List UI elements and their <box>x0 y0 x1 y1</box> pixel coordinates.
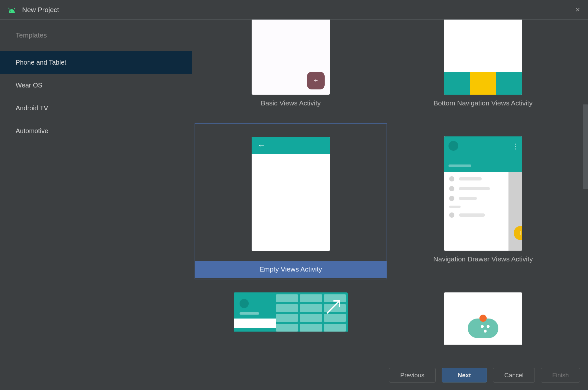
sidebar-item-automotive[interactable]: Automotive <box>0 119 192 142</box>
finish-button[interactable]: Finish <box>541 368 580 382</box>
svg-line-4 <box>327 301 339 313</box>
sidebar-item-label: Wear OS <box>16 82 42 89</box>
phone-preview-fullscreen <box>234 292 348 332</box>
close-button[interactable]: ✕ <box>574 6 581 14</box>
drawer-fab-icon: + <box>514 226 522 240</box>
avatar-icon <box>448 141 458 151</box>
sidebar: Templates Phone and Tablet Wear OS Andro… <box>0 20 192 360</box>
sidebar-item-android-tv[interactable]: Android TV <box>0 97 192 119</box>
template-label: Basic Views Activity <box>195 95 387 123</box>
template-label: Navigation Drawer Views Activity <box>387 251 579 279</box>
svg-point-2 <box>10 10 11 11</box>
template-preview: ⋮ + <box>387 123 579 251</box>
template-card-basic-views[interactable]: + Basic Views Activity <box>195 20 387 123</box>
avatar-icon <box>240 299 249 308</box>
fab-icon: + <box>307 72 325 89</box>
expand-arrow-icon <box>325 298 342 315</box>
template-preview <box>387 20 579 95</box>
plus-icon: + <box>314 76 318 85</box>
kebab-icon: ⋮ <box>512 142 518 151</box>
plus-icon: + <box>519 229 522 237</box>
previous-button[interactable]: Previous <box>389 368 436 382</box>
phone-preview-bottomnav <box>444 20 522 95</box>
template-card-navigation-drawer[interactable]: ⋮ + Navigation Drawer Views Activity <box>387 123 579 279</box>
dialog-body: Templates Phone and Tablet Wear OS Andro… <box>0 20 588 360</box>
templates-grid: + Basic Views Activity <box>199 20 575 345</box>
sidebar-item-label: Phone and Tablet <box>16 59 66 66</box>
android-icon <box>8 8 15 12</box>
content-area: + Basic Views Activity <box>192 20 588 360</box>
template-label: Empty Views Activity <box>195 261 387 278</box>
close-icon: ✕ <box>575 6 580 13</box>
phone-preview-empty: ← <box>252 137 330 251</box>
template-preview: + <box>195 20 387 95</box>
bottom-nav-bar-icon <box>444 72 522 95</box>
template-preview: ← <box>195 124 387 251</box>
new-project-dialog: New Project ✕ Templates Phone and Tablet… <box>0 0 588 390</box>
template-card-empty-views[interactable]: ← Empty Views Activity <box>195 123 387 279</box>
sidebar-item-wear-os[interactable]: Wear OS <box>0 74 192 97</box>
sidebar-header: Templates <box>0 31 192 51</box>
template-scroll-area[interactable]: + Basic Views Activity <box>192 20 588 360</box>
template-preview <box>195 292 387 332</box>
sidebar-item-label: Android TV <box>16 104 48 112</box>
template-card-game[interactable] <box>387 279 579 345</box>
template-card-bottom-navigation[interactable]: Bottom Navigation Views Activity <box>387 20 579 123</box>
phone-preview-game <box>444 292 522 345</box>
template-card-fullscreen[interactable] <box>195 279 387 345</box>
cancel-button[interactable]: Cancel <box>493 368 535 382</box>
gamepad-icon <box>468 319 498 338</box>
appbar-icon: ← <box>252 137 330 154</box>
phone-preview-basic: + <box>252 20 330 95</box>
back-arrow-icon: ← <box>257 141 265 150</box>
titlebar: New Project ✕ <box>0 0 588 20</box>
svg-line-0 <box>8 8 9 9</box>
svg-point-3 <box>13 10 13 11</box>
next-button[interactable]: Next <box>442 368 487 382</box>
sidebar-item-label: Automotive <box>16 127 48 135</box>
svg-line-1 <box>14 8 15 9</box>
dialog-footer: Previous Next Cancel Finish <box>0 360 588 390</box>
sidebar-item-phone-tablet[interactable]: Phone and Tablet <box>0 51 192 74</box>
template-label: Bottom Navigation Views Activity <box>387 95 579 123</box>
dialog-title: New Project <box>22 6 59 14</box>
template-preview <box>387 292 579 345</box>
phone-preview-drawer: ⋮ + <box>444 136 522 251</box>
scrollbar[interactable] <box>583 104 588 189</box>
